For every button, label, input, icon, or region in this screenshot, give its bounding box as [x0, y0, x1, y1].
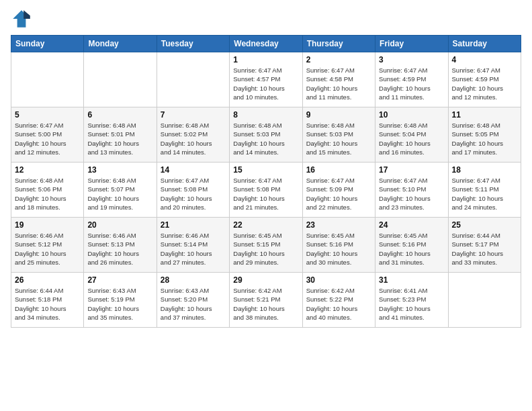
day-info: Sunrise: 6:45 AM Sunset: 5:16 PM Dayligh…: [379, 231, 444, 267]
day-number: 8: [233, 110, 298, 120]
day-info: Sunrise: 6:46 AM Sunset: 5:14 PM Dayligh…: [161, 231, 226, 267]
day-cell: 31Sunrise: 6:41 AM Sunset: 5:23 PM Dayli…: [375, 273, 448, 328]
day-info: Sunrise: 6:44 AM Sunset: 5:18 PM Dayligh…: [15, 286, 80, 322]
day-number: 1: [233, 55, 298, 64]
day-cell: 19Sunrise: 6:46 AM Sunset: 5:12 PM Dayli…: [11, 218, 84, 273]
day-cell: 7Sunrise: 6:48 AM Sunset: 5:02 PM Daylig…: [157, 107, 229, 163]
day-info: Sunrise: 6:46 AM Sunset: 5:12 PM Dayligh…: [15, 231, 80, 267]
day-number: 12: [15, 165, 80, 175]
day-number: 29: [233, 275, 298, 285]
day-cell: [448, 273, 521, 328]
day-number: 10: [379, 110, 444, 120]
day-cell: [84, 52, 157, 107]
day-info: Sunrise: 6:47 AM Sunset: 5:08 PM Dayligh…: [161, 176, 226, 212]
day-cell: 22Sunrise: 6:45 AM Sunset: 5:15 PM Dayli…: [230, 218, 302, 273]
col-header-friday: Friday: [375, 36, 448, 52]
day-cell: 14Sunrise: 6:47 AM Sunset: 5:08 PM Dayli…: [157, 163, 229, 218]
calendar-table: SundayMondayTuesdayWednesdayThursdayFrid…: [11, 35, 521, 328]
day-info: Sunrise: 6:48 AM Sunset: 5:03 PM Dayligh…: [306, 121, 371, 156]
day-number: 22: [233, 220, 298, 230]
day-info: Sunrise: 6:48 AM Sunset: 5:06 PM Dayligh…: [15, 176, 80, 212]
calendar-header-row: SundayMondayTuesdayWednesdayThursdayFrid…: [11, 36, 521, 52]
day-cell: 8Sunrise: 6:48 AM Sunset: 5:03 PM Daylig…: [230, 107, 302, 163]
day-number: 30: [306, 275, 371, 285]
day-cell: 3Sunrise: 6:47 AM Sunset: 4:59 PM Daylig…: [375, 52, 448, 107]
day-cell: 24Sunrise: 6:45 AM Sunset: 5:16 PM Dayli…: [375, 218, 448, 273]
day-cell: 30Sunrise: 6:42 AM Sunset: 5:22 PM Dayli…: [302, 273, 375, 328]
day-number: 31: [379, 275, 444, 285]
day-cell: 4Sunrise: 6:47 AM Sunset: 4:59 PM Daylig…: [448, 52, 521, 107]
day-cell: 15Sunrise: 6:47 AM Sunset: 5:08 PM Dayli…: [230, 163, 302, 218]
day-info: Sunrise: 6:45 AM Sunset: 5:15 PM Dayligh…: [233, 231, 298, 267]
day-number: 20: [87, 220, 152, 230]
day-number: 9: [306, 110, 371, 120]
day-info: Sunrise: 6:47 AM Sunset: 5:09 PM Dayligh…: [306, 176, 371, 212]
day-cell: 9Sunrise: 6:48 AM Sunset: 5:03 PM Daylig…: [302, 107, 375, 163]
day-number: 11: [452, 110, 517, 120]
col-header-saturday: Saturday: [448, 36, 521, 52]
day-cell: 29Sunrise: 6:42 AM Sunset: 5:21 PM Dayli…: [230, 273, 302, 328]
day-info: Sunrise: 6:41 AM Sunset: 5:23 PM Dayligh…: [379, 286, 444, 322]
week-row-2: 5Sunrise: 6:47 AM Sunset: 5:00 PM Daylig…: [11, 107, 521, 163]
day-cell: 25Sunrise: 6:44 AM Sunset: 5:17 PM Dayli…: [448, 218, 521, 273]
day-cell: 18Sunrise: 6:47 AM Sunset: 5:11 PM Dayli…: [448, 163, 521, 218]
day-number: 15: [233, 165, 298, 175]
day-info: Sunrise: 6:46 AM Sunset: 5:13 PM Dayligh…: [87, 231, 152, 267]
day-info: Sunrise: 6:47 AM Sunset: 5:00 PM Dayligh…: [15, 121, 80, 156]
day-info: Sunrise: 6:42 AM Sunset: 5:22 PM Dayligh…: [306, 286, 371, 322]
day-cell: 20Sunrise: 6:46 AM Sunset: 5:13 PM Dayli…: [84, 218, 157, 273]
day-info: Sunrise: 6:47 AM Sunset: 4:57 PM Dayligh…: [233, 66, 298, 101]
logo-icon: [11, 8, 32, 30]
day-cell: 12Sunrise: 6:48 AM Sunset: 5:06 PM Dayli…: [11, 163, 84, 218]
day-number: 19: [15, 220, 80, 230]
day-info: Sunrise: 6:47 AM Sunset: 4:58 PM Dayligh…: [306, 66, 371, 101]
week-row-1: 1Sunrise: 6:47 AM Sunset: 4:57 PM Daylig…: [11, 52, 521, 107]
header: [11, 8, 521, 30]
day-cell: 21Sunrise: 6:46 AM Sunset: 5:14 PM Dayli…: [157, 218, 229, 273]
col-header-wednesday: Wednesday: [230, 36, 302, 52]
col-header-thursday: Thursday: [302, 36, 375, 52]
day-info: Sunrise: 6:48 AM Sunset: 5:03 PM Dayligh…: [233, 121, 298, 156]
day-info: Sunrise: 6:48 AM Sunset: 5:05 PM Dayligh…: [452, 121, 517, 156]
day-info: Sunrise: 6:47 AM Sunset: 5:11 PM Dayligh…: [452, 176, 517, 212]
day-info: Sunrise: 6:48 AM Sunset: 5:07 PM Dayligh…: [87, 176, 152, 212]
page: SundayMondayTuesdayWednesdayThursdayFrid…: [0, 0, 532, 411]
day-number: 16: [306, 165, 371, 175]
day-info: Sunrise: 6:48 AM Sunset: 5:04 PM Dayligh…: [379, 121, 444, 156]
day-number: 18: [452, 165, 517, 175]
day-cell: 10Sunrise: 6:48 AM Sunset: 5:04 PM Dayli…: [375, 107, 448, 163]
day-number: 14: [161, 165, 226, 175]
day-cell: 26Sunrise: 6:44 AM Sunset: 5:18 PM Dayli…: [11, 273, 84, 328]
day-info: Sunrise: 6:47 AM Sunset: 5:08 PM Dayligh…: [233, 176, 298, 212]
col-header-tuesday: Tuesday: [157, 36, 229, 52]
day-number: 7: [161, 110, 226, 120]
day-info: Sunrise: 6:47 AM Sunset: 4:59 PM Dayligh…: [452, 66, 517, 101]
day-number: 24: [379, 220, 444, 230]
day-number: 26: [15, 275, 80, 285]
day-cell: 27Sunrise: 6:43 AM Sunset: 5:19 PM Dayli…: [84, 273, 157, 328]
day-number: 23: [306, 220, 371, 230]
day-number: 21: [161, 220, 226, 230]
day-info: Sunrise: 6:44 AM Sunset: 5:17 PM Dayligh…: [452, 231, 517, 267]
day-info: Sunrise: 6:42 AM Sunset: 5:21 PM Dayligh…: [233, 286, 298, 322]
day-number: 3: [379, 55, 444, 64]
day-info: Sunrise: 6:47 AM Sunset: 4:59 PM Dayligh…: [379, 66, 444, 101]
day-number: 2: [306, 55, 371, 64]
day-number: 28: [161, 275, 226, 285]
week-row-5: 26Sunrise: 6:44 AM Sunset: 5:18 PM Dayli…: [11, 273, 521, 328]
day-number: 13: [87, 165, 152, 175]
day-info: Sunrise: 6:43 AM Sunset: 5:20 PM Dayligh…: [161, 286, 226, 322]
day-cell: 1Sunrise: 6:47 AM Sunset: 4:57 PM Daylig…: [230, 52, 302, 107]
day-cell: 2Sunrise: 6:47 AM Sunset: 4:58 PM Daylig…: [302, 52, 375, 107]
week-row-4: 19Sunrise: 6:46 AM Sunset: 5:12 PM Dayli…: [11, 218, 521, 273]
day-cell: [11, 52, 84, 107]
day-number: 4: [452, 55, 517, 64]
logo: [11, 8, 35, 30]
day-cell: 17Sunrise: 6:47 AM Sunset: 5:10 PM Dayli…: [375, 163, 448, 218]
day-cell: 16Sunrise: 6:47 AM Sunset: 5:09 PM Dayli…: [302, 163, 375, 218]
day-number: 27: [87, 275, 152, 285]
day-cell: 6Sunrise: 6:48 AM Sunset: 5:01 PM Daylig…: [84, 107, 157, 163]
day-number: 17: [379, 165, 444, 175]
col-header-monday: Monday: [84, 36, 157, 52]
day-cell: 28Sunrise: 6:43 AM Sunset: 5:20 PM Dayli…: [157, 273, 229, 328]
